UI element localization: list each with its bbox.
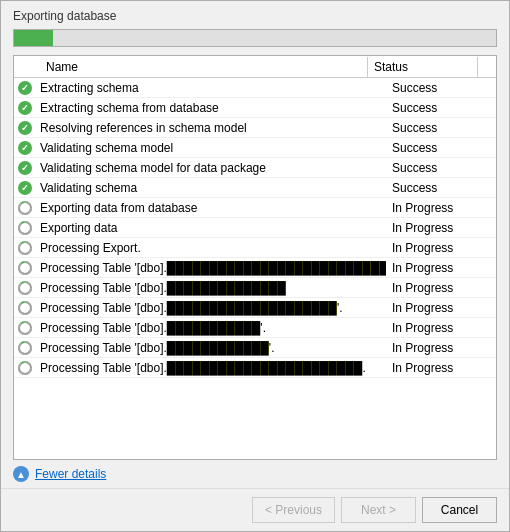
- cell-name: Validating schema: [36, 179, 386, 197]
- cell-status: In Progress: [386, 199, 496, 217]
- success-icon: ✓: [14, 81, 36, 95]
- export-dialog: Exporting database Name Status ✓Extracti…: [0, 0, 510, 532]
- success-icon: ✓: [14, 101, 36, 115]
- cell-status: In Progress: [386, 259, 496, 277]
- table-row: ✓Resolving references in schema modelSuc…: [14, 118, 496, 138]
- table-row: Processing Table '[dbo].████████████'.In…: [14, 338, 496, 358]
- inprogress-icon: [14, 281, 36, 295]
- table-row: Exporting data from databaseIn Progress: [14, 198, 496, 218]
- cell-status: In Progress: [386, 279, 496, 297]
- fewer-details-label[interactable]: Fewer details: [35, 467, 106, 481]
- inprogress-icon: [14, 341, 36, 355]
- success-icon: ✓: [14, 121, 36, 135]
- table-header: Name Status: [14, 56, 496, 78]
- inprogress-icon: [14, 261, 36, 275]
- inprogress-icon: [14, 241, 36, 255]
- prev-button[interactable]: < Previous: [252, 497, 335, 523]
- cell-name: Extracting schema from database: [36, 99, 386, 117]
- cell-name: Validating schema model: [36, 139, 386, 157]
- fewer-details-row[interactable]: ▲ Fewer details: [1, 460, 509, 488]
- table-row: ✓Validating schema model for data packag…: [14, 158, 496, 178]
- cell-status: In Progress: [386, 239, 496, 257]
- inprogress-icon: [14, 361, 36, 375]
- inprogress-icon: [14, 201, 36, 215]
- cell-name: Processing Export.: [36, 239, 386, 257]
- cell-status: Success: [386, 119, 496, 137]
- cell-name: Extracting schema: [36, 79, 386, 97]
- cell-name: Processing Table '[dbo].████████████'.: [36, 339, 386, 357]
- table-row: Processing Table '[dbo].████████████████…: [14, 358, 496, 378]
- table-row: Processing Table '[dbo].████████████████…: [14, 258, 496, 278]
- table-row: Processing Table '[dbo].███████████'.In …: [14, 318, 496, 338]
- next-button[interactable]: Next >: [341, 497, 416, 523]
- cell-status: In Progress: [386, 339, 496, 357]
- table-row: Exporting dataIn Progress: [14, 218, 496, 238]
- cell-name: Resolving references in schema model: [36, 119, 386, 137]
- progress-bar-container: [13, 29, 497, 47]
- cancel-button[interactable]: Cancel: [422, 497, 497, 523]
- cell-name: Processing Table '[dbo].████████████████…: [36, 359, 386, 377]
- progress-bar-fill: [14, 30, 53, 46]
- cell-status: Success: [386, 139, 496, 157]
- dialog-title: Exporting database: [1, 1, 509, 29]
- table-row: Processing Export.In Progress: [14, 238, 496, 258]
- cell-status: In Progress: [386, 299, 496, 317]
- cell-status: In Progress: [386, 319, 496, 337]
- cell-name: Exporting data: [36, 219, 386, 237]
- success-icon: ✓: [14, 161, 36, 175]
- inprogress-icon: [14, 321, 36, 335]
- cell-name: Processing Table '[dbo].███████████'.: [36, 319, 386, 337]
- cell-status: In Progress: [386, 219, 496, 237]
- table-row: Processing Table '[dbo].████████████████…: [14, 298, 496, 318]
- cell-status: Success: [386, 99, 496, 117]
- inprogress-icon: [14, 301, 36, 315]
- cell-status: Success: [386, 79, 496, 97]
- table-row: ✓Validating schemaSuccess: [14, 178, 496, 198]
- dialog-footer: < Previous Next > Cancel: [1, 488, 509, 531]
- cell-name: Processing Table '[dbo].████████████████…: [36, 259, 386, 277]
- inprogress-icon: [14, 221, 36, 235]
- table-body[interactable]: ✓Extracting schemaSuccess✓Extracting sch…: [14, 78, 496, 459]
- table-row: ✓Validating schema modelSuccess: [14, 138, 496, 158]
- success-icon: ✓: [14, 181, 36, 195]
- table-row: ✓Extracting schemaSuccess: [14, 78, 496, 98]
- cell-status: In Progress: [386, 359, 496, 377]
- cell-status: Success: [386, 159, 496, 177]
- success-icon: ✓: [14, 141, 36, 155]
- table-row: ✓Extracting schema from databaseSuccess: [14, 98, 496, 118]
- cell-status: Success: [386, 179, 496, 197]
- cell-name: Processing Table '[dbo].████████████████…: [36, 299, 386, 317]
- fewer-details-icon: ▲: [13, 466, 29, 482]
- cell-name: Processing Table '[dbo].██████████████: [36, 279, 386, 297]
- table-row: Processing Table '[dbo].██████████████In…: [14, 278, 496, 298]
- table-container: Name Status ✓Extracting schemaSuccess✓Ex…: [13, 55, 497, 460]
- col-name-header: Name: [46, 60, 78, 74]
- cell-name: Validating schema model for data package: [36, 159, 386, 177]
- cell-name: Exporting data from database: [36, 199, 386, 217]
- col-status-header: Status: [368, 57, 478, 77]
